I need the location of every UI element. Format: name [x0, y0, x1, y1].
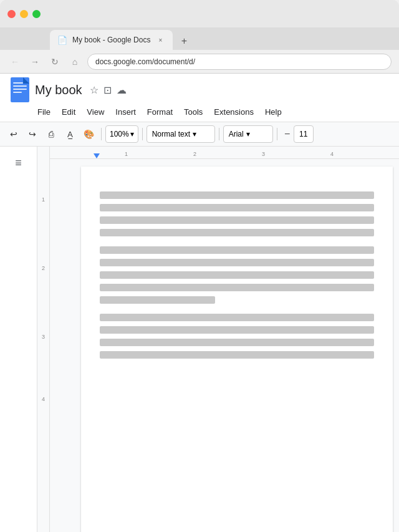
minus-icon: − [284, 128, 290, 140]
text-line [100, 296, 215, 304]
menu-view[interactable]: View [82, 105, 109, 119]
paint-format-icon: 🎨 [84, 129, 94, 139]
traffic-lights [7, 10, 41, 18]
indent-marker[interactable] [94, 153, 100, 158]
tab-doc-icon: 📄 [57, 36, 67, 45]
tab-title: My book - Google Docs [72, 36, 150, 44]
refresh-icon: ↻ [51, 57, 59, 67]
gdocs-app: My book ☆ ⊡ ☁ File Edit View Insert Form… [0, 74, 399, 532]
undo-icon: ↩ [10, 129, 17, 139]
paragraph-3 [100, 314, 374, 359]
close-button[interactable] [7, 10, 16, 18]
vruler-2: 2 [42, 265, 45, 271]
forward-button[interactable]: → [27, 54, 42, 69]
ruler-label-4: 4 [330, 151, 334, 157]
font-size-decrease-button[interactable]: − [281, 125, 294, 143]
tab-bar: 📄 My book - Google Docs × + [0, 27, 399, 50]
home-button[interactable]: ⌂ [67, 54, 82, 69]
folder-icon[interactable]: ⊡ [103, 84, 112, 96]
menu-tools[interactable]: Tools [179, 105, 208, 119]
maximize-button[interactable] [32, 10, 41, 18]
star-icon[interactable]: ☆ [90, 84, 99, 96]
vruler-1: 1 [42, 196, 45, 203]
home-icon: ⌂ [72, 57, 77, 67]
text-line [100, 259, 374, 266]
text-line [100, 246, 374, 254]
doc-area: ≡ 1 2 3 4 [0, 147, 399, 532]
text-line [100, 191, 374, 199]
ruler-label-2: 2 [193, 151, 196, 157]
outline-icon[interactable]: ≡ [15, 157, 22, 170]
cloud-icon[interactable]: ☁ [117, 84, 127, 96]
doc-title-actions: ☆ ⊡ ☁ [90, 84, 127, 96]
minimize-button[interactable] [20, 10, 28, 18]
text-line [100, 314, 374, 321]
spell-check-icon: A̲ [67, 130, 73, 139]
print-button[interactable]: ⎙ [42, 125, 60, 143]
toolbar-divider-3 [219, 128, 219, 140]
text-line [100, 326, 374, 334]
menu-insert[interactable]: Insert [110, 105, 141, 119]
doc-scroll [37, 159, 399, 532]
toolbar-divider-1 [101, 128, 102, 140]
zoom-select[interactable]: 100% ▾ [105, 125, 138, 143]
menu-edit[interactable]: Edit [57, 105, 80, 119]
menu-bar: File Edit View Insert Format Tools Exten… [10, 105, 389, 122]
back-button[interactable]: ← [7, 54, 22, 69]
vruler-4: 4 [42, 396, 45, 402]
redo-icon: ↪ [29, 129, 36, 139]
tab-close-button[interactable]: × [155, 35, 165, 45]
svg-rect-2 [13, 85, 27, 87]
doc-page [81, 167, 393, 532]
style-select[interactable]: Normal text ▾ [147, 125, 215, 143]
font-label: Arial [229, 130, 244, 138]
toolbar-divider-4 [277, 128, 277, 140]
toolbar-divider-2 [142, 128, 143, 140]
style-dropdown-icon: ▾ [193, 130, 196, 138]
paint-format-button[interactable]: 🎨 [80, 125, 97, 143]
paragraph-2 [100, 246, 374, 304]
text-line [100, 229, 374, 236]
toolbar: ↩ ↪ ⎙ A̲ 🎨 100% ▾ Normal text ▾ Arial ▾ [0, 122, 399, 147]
text-line [100, 351, 374, 359]
doc-icon [10, 77, 30, 102]
undo-button[interactable]: ↩ [5, 125, 22, 143]
refresh-button[interactable]: ↻ [47, 54, 62, 69]
doc-title[interactable]: My book [35, 83, 82, 97]
forward-icon: → [31, 57, 39, 67]
active-tab[interactable]: 📄 My book - Google Docs × [50, 30, 173, 50]
svg-rect-4 [13, 92, 22, 93]
menu-format[interactable]: Format [142, 105, 178, 119]
ruler: 1 2 3 4 [37, 147, 399, 159]
text-line [100, 339, 374, 346]
vertical-ruler: 1 2 3 4 [37, 147, 50, 532]
title-bar [0, 0, 399, 27]
text-line [100, 271, 374, 279]
doc-title-row: My book ☆ ⊡ ☁ [10, 77, 389, 102]
address-text: docs.google.com/document/d/ [95, 57, 195, 66]
zoom-label: 100% [110, 130, 129, 138]
redo-button[interactable]: ↪ [24, 125, 41, 143]
vruler-3: 3 [42, 334, 45, 340]
font-select[interactable]: Arial ▾ [223, 125, 273, 143]
svg-rect-1 [13, 82, 23, 84]
address-bar-row: ← → ↻ ⌂ docs.google.com/document/d/ [0, 50, 399, 74]
font-dropdown-icon: ▾ [246, 130, 250, 138]
text-line [100, 204, 374, 211]
text-line [100, 216, 374, 224]
ruler-label-1: 1 [125, 151, 128, 157]
gdocs-header: My book ☆ ⊡ ☁ File Edit View Insert Form… [0, 74, 399, 122]
zoom-dropdown-icon: ▾ [130, 130, 134, 138]
ruler-inner: 1 2 3 4 [75, 147, 399, 158]
spell-check-button[interactable]: A̲ [61, 125, 79, 143]
address-bar[interactable]: docs.google.com/document/d/ [87, 54, 392, 70]
menu-help[interactable]: Help [260, 105, 287, 119]
back-icon: ← [11, 57, 19, 67]
menu-extensions[interactable]: Extensions [209, 105, 259, 119]
ruler-label-3: 3 [262, 151, 265, 157]
font-size-area: − [281, 125, 314, 143]
print-icon: ⎙ [49, 129, 54, 139]
menu-file[interactable]: File [32, 105, 55, 119]
font-size-input[interactable] [294, 125, 314, 143]
new-tab-button[interactable]: + [175, 32, 193, 50]
